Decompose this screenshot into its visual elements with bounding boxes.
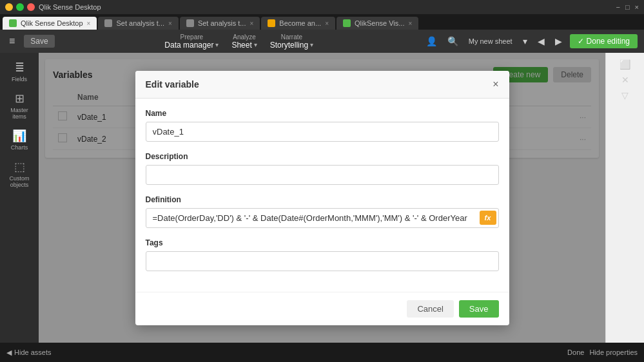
save-button[interactable]: Save (24, 35, 54, 48)
nav-analyze[interactable]: Analyze Sheet ▾ (231, 33, 257, 50)
nav-prev[interactable]: ◀ (535, 35, 547, 48)
tab-favicon-4 (268, 19, 275, 27)
analyze-value: Sheet ▾ (231, 41, 257, 50)
content-panel: Variables Create new Delete Name (39, 53, 605, 343)
tab-set-analysis-2[interactable]: Set analysis t... × (180, 17, 260, 30)
close-btn[interactable] (27, 3, 35, 11)
edit-variable-modal: Edit variable × Name Description Definit… (135, 71, 509, 325)
new-sheet-chevron[interactable]: ▾ (520, 35, 530, 48)
fx-button[interactable]: fx (480, 211, 496, 225)
analyze-label: Analyze (233, 33, 256, 41)
master-items-icon: ⊞ (15, 91, 24, 106)
definition-wrapper: fx (146, 208, 499, 228)
nav-sections: Prepare Data manager ▾ Analyze Sheet ▾ N… (61, 33, 417, 50)
sidebar-item-fields[interactable]: ≣ Fields (3, 58, 36, 85)
bottom-bar-right: Done Hide properties (567, 348, 638, 356)
modal-header: Edit variable × (135, 71, 509, 99)
definition-input[interactable] (146, 208, 499, 228)
modal-title: Edit variable (146, 79, 199, 90)
narrate-value: Storytelling ▾ (270, 41, 313, 50)
prepare-label: Prepare (181, 33, 204, 41)
done-label[interactable]: Done (567, 348, 584, 356)
fields-icon: ≣ (15, 61, 24, 75)
minimize-btn[interactable] (5, 3, 13, 11)
new-sheet-label[interactable]: My new sheet (466, 36, 515, 46)
right-panel-icon-2[interactable]: ✕ (619, 73, 632, 86)
charts-icon: 📊 (12, 129, 26, 143)
description-label: Description (146, 152, 499, 161)
tab-favicon-3 (186, 19, 194, 27)
browser-chrome: Qlik Sense Desktop − □ × (0, 0, 644, 14)
right-panel: ⬜ ✕ ▽ (605, 53, 644, 343)
cancel-button[interactable]: Cancel (407, 300, 453, 318)
analyze-chevron: ▾ (254, 41, 257, 48)
tab-set-analysis-1[interactable]: Set analysis t... × (98, 17, 178, 30)
bottom-bar-left: ◀ Hide assets (6, 348, 51, 357)
tab-close-5[interactable]: × (408, 20, 412, 27)
tags-input[interactable] (146, 251, 499, 271)
bottom-bar: ◀ Hide assets Done Hide properties (0, 343, 644, 362)
tab-close-1[interactable]: × (87, 20, 91, 27)
done-editing-check-icon: ✓ (578, 37, 584, 46)
modal-save-button[interactable]: Save (459, 300, 499, 318)
modal-overlay: Edit variable × Name Description Definit… (39, 53, 605, 343)
maximize-btn[interactable] (16, 3, 24, 11)
tab-qliksense-vis[interactable]: QlikSense Vis... × (337, 17, 418, 30)
done-editing-label: Done editing (587, 37, 630, 46)
hide-properties-button[interactable]: Hide properties (589, 348, 638, 356)
browser-left: Qlik Sense Desktop (5, 3, 101, 11)
tab-close-2[interactable]: × (168, 20, 172, 27)
browser-close-icon[interactable]: × (635, 3, 639, 11)
definition-label: Definition (146, 195, 499, 204)
tab-label-3: Set analysis t... (198, 19, 246, 27)
tags-field-group: Tags (146, 238, 499, 271)
search-appbar-icon[interactable]: 🔍 (445, 35, 461, 48)
nav-narrate[interactable]: Narrate Storytelling ▾ (270, 33, 313, 50)
appbar-right: 👤 🔍 My new sheet ▾ ◀ ▶ ✓ Done editing (424, 34, 638, 48)
narrate-label: Narrate (281, 33, 302, 41)
tab-favicon-1 (9, 19, 17, 27)
done-editing-button[interactable]: ✓ Done editing (570, 34, 638, 48)
nav-prepare[interactable]: Prepare Data manager ▾ (164, 33, 219, 50)
description-input[interactable] (146, 165, 499, 185)
name-input[interactable] (146, 122, 499, 142)
tab-become[interactable]: Become an... × (261, 17, 335, 30)
tab-qlik-desktop[interactable]: Qlik Sense Desktop × (3, 17, 97, 30)
tab-label-5: QlikSense Vis... (355, 19, 404, 27)
right-panel-icon-1[interactable]: ⬜ (617, 58, 633, 71)
sidebar-item-charts[interactable]: 📊 Charts (3, 126, 36, 153)
tab-favicon-2 (104, 19, 112, 27)
hide-assets-label: Hide assets (14, 348, 51, 356)
definition-field-group: Definition fx (146, 195, 499, 228)
modal-close-button[interactable]: × (493, 79, 498, 90)
left-sidebar: ≣ Fields ⊞ Master items 📊 Charts ⬚ Custo… (0, 53, 39, 343)
custom-objects-icon: ⬚ (14, 160, 25, 174)
browser-restore-icon[interactable]: □ (625, 3, 630, 11)
tab-close-3[interactable]: × (249, 20, 253, 27)
modal-footer: Cancel Save (135, 292, 509, 325)
right-panel-filter-icon[interactable]: ▽ (619, 89, 631, 102)
tab-favicon-5 (343, 19, 351, 27)
fields-label: Fields (12, 76, 27, 82)
sidebar-item-custom-objects[interactable]: ⬚ Custom objects (3, 157, 36, 191)
nav-next[interactable]: ▶ (552, 35, 565, 48)
user-icon[interactable]: 👤 (424, 35, 440, 48)
hide-assets-icon: ◀ (6, 348, 12, 357)
prepare-value: Data manager ▾ (164, 41, 219, 50)
browser-minimize-icon[interactable]: − (616, 3, 620, 11)
tab-bar: Qlik Sense Desktop × Set analysis t... ×… (0, 14, 644, 30)
hamburger-menu[interactable]: ≡ (6, 34, 17, 48)
app-bar: ≡ Save Prepare Data manager ▾ Analyze Sh… (0, 30, 644, 53)
hide-assets-button[interactable]: ◀ Hide assets (6, 348, 51, 357)
name-label: Name (146, 109, 499, 118)
tab-close-4[interactable]: × (325, 20, 329, 27)
tab-label-1: Qlik Sense Desktop (21, 19, 83, 27)
window-controls (5, 3, 35, 11)
sidebar-item-master-items[interactable]: ⊞ Master items (3, 89, 36, 122)
browser-right: − □ × (616, 3, 639, 11)
master-items-label: Master items (5, 107, 34, 120)
tags-label: Tags (146, 238, 499, 247)
prepare-chevron: ▾ (215, 41, 219, 48)
charts-label: Charts (11, 144, 28, 151)
browser-title: Qlik Sense Desktop (39, 3, 101, 11)
